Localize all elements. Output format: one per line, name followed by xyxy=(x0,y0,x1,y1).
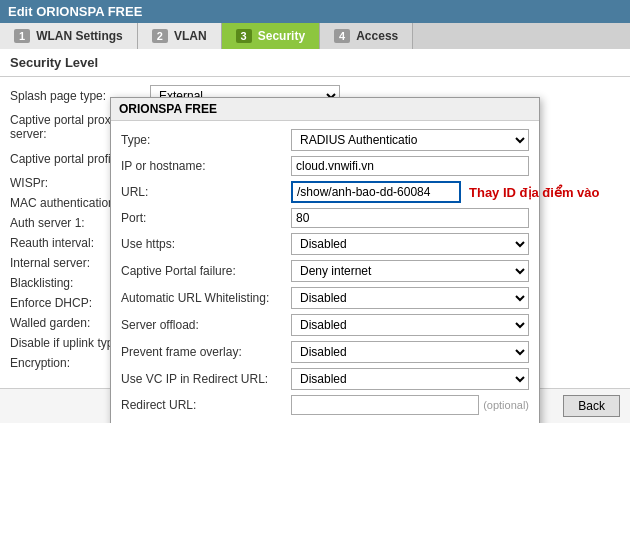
tab-access[interactable]: 4 Access xyxy=(320,23,413,49)
section-header: Security Level xyxy=(0,49,630,77)
popup-port-label: Port: xyxy=(121,211,291,225)
title-text: Edit ORIONSPA FREE xyxy=(8,4,142,19)
popup-dialog: ORIONSPA FREE Type: RADIUS Authenticatio… xyxy=(110,97,540,423)
tab-security[interactable]: 3 Security xyxy=(222,23,320,49)
popup-cp-failure-row: Captive Portal failure: Deny internet xyxy=(121,260,529,282)
popup-url-input[interactable] xyxy=(291,181,461,203)
popup-redirect-url-row: Redirect URL: (optional) xyxy=(121,395,529,415)
popup-https-select[interactable]: Disabled xyxy=(291,233,529,255)
popup-type-row: Type: RADIUS Authenticatio xyxy=(121,129,529,151)
tabs: 1 WLAN Settings 2 VLAN 3 Security 4 Acce… xyxy=(0,23,630,49)
back-button[interactable]: Back xyxy=(563,395,620,417)
popup-frame-overlay-label: Prevent frame overlay: xyxy=(121,345,291,359)
tab-security-num: 3 xyxy=(236,29,252,43)
popup-ip-label: IP or hostname: xyxy=(121,159,291,173)
popup-redirect-url-label: Redirect URL: xyxy=(121,398,291,412)
tab-wlan-num: 1 xyxy=(14,29,30,43)
tab-security-label: Security xyxy=(258,29,305,43)
popup-auto-whitelist-select[interactable]: Disabled xyxy=(291,287,529,309)
tab-access-num: 4 xyxy=(334,29,350,43)
popup-redirect-url-input[interactable] xyxy=(291,395,479,415)
popup-server-offload-select[interactable]: Disabled xyxy=(291,314,529,336)
optional-text: (optional) xyxy=(483,399,529,411)
popup-url-label: URL: xyxy=(121,185,291,199)
popup-server-offload-label: Server offload: xyxy=(121,318,291,332)
popup-ip-row: IP or hostname: xyxy=(121,156,529,176)
tab-vlan-label: VLAN xyxy=(174,29,207,43)
popup-ip-input[interactable] xyxy=(291,156,529,176)
popup-type-select[interactable]: RADIUS Authenticatio xyxy=(291,129,529,151)
popup-title: ORIONSPA FREE xyxy=(111,98,539,121)
title-bar: Edit ORIONSPA FREE xyxy=(0,0,630,23)
popup-https-row: Use https: Disabled xyxy=(121,233,529,255)
popup-vc-ip-label: Use VC IP in Redirect URL: xyxy=(121,372,291,386)
popup-auto-whitelist-label: Automatic URL Whitelisting: xyxy=(121,291,291,305)
popup-cp-failure-select[interactable]: Deny internet xyxy=(291,260,529,282)
popup-port-input[interactable] xyxy=(291,208,529,228)
popup-cp-failure-label: Captive Portal failure: xyxy=(121,264,291,278)
tab-vlan-num: 2 xyxy=(152,29,168,43)
popup-frame-overlay-select[interactable]: Disabled xyxy=(291,341,529,363)
popup-port-row: Port: xyxy=(121,208,529,228)
popup-https-label: Use https: xyxy=(121,237,291,251)
popup-vc-ip-row: Use VC IP in Redirect URL: Disabled xyxy=(121,368,529,390)
popup-type-label: Type: xyxy=(121,133,291,147)
tab-wlan[interactable]: 1 WLAN Settings xyxy=(0,23,138,49)
popup-auto-whitelist-row: Automatic URL Whitelisting: Disabled xyxy=(121,287,529,309)
url-annotation: Thay ID địa điểm vào xyxy=(469,185,599,200)
popup-vc-ip-select[interactable]: Disabled xyxy=(291,368,529,390)
tab-access-label: Access xyxy=(356,29,398,43)
tab-wlan-label: WLAN Settings xyxy=(36,29,123,43)
main-content: Splash page type: External Captive porta… xyxy=(0,77,630,384)
popup-url-row: URL: Thay ID địa điểm vào xyxy=(121,181,529,203)
tab-vlan[interactable]: 2 VLAN xyxy=(138,23,222,49)
popup-frame-overlay-row: Prevent frame overlay: Disabled xyxy=(121,341,529,363)
popup-server-offload-row: Server offload: Disabled xyxy=(121,314,529,336)
